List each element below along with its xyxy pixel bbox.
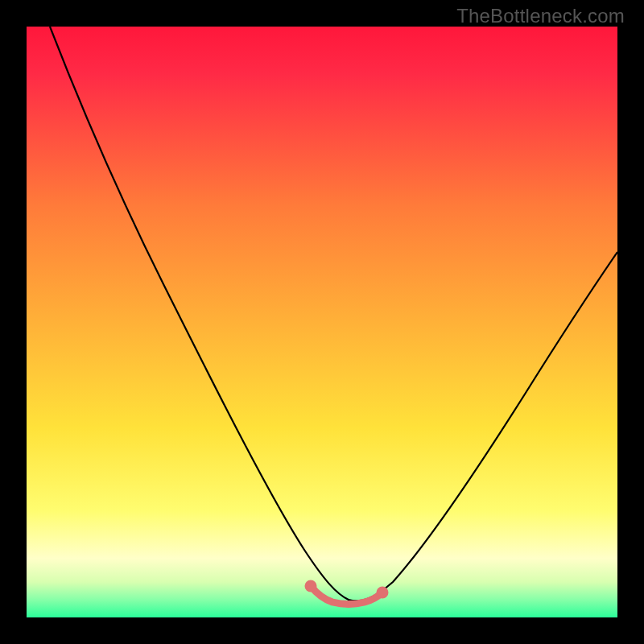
marker-dot-right [377,587,389,599]
marker-dot-left [305,580,317,592]
chart-svg [27,27,617,617]
gradient-background [27,27,617,617]
plot-area [27,27,617,617]
watermark-text: TheBottleneck.com [456,5,625,27]
chart-frame: TheBottleneck.com [0,0,644,644]
